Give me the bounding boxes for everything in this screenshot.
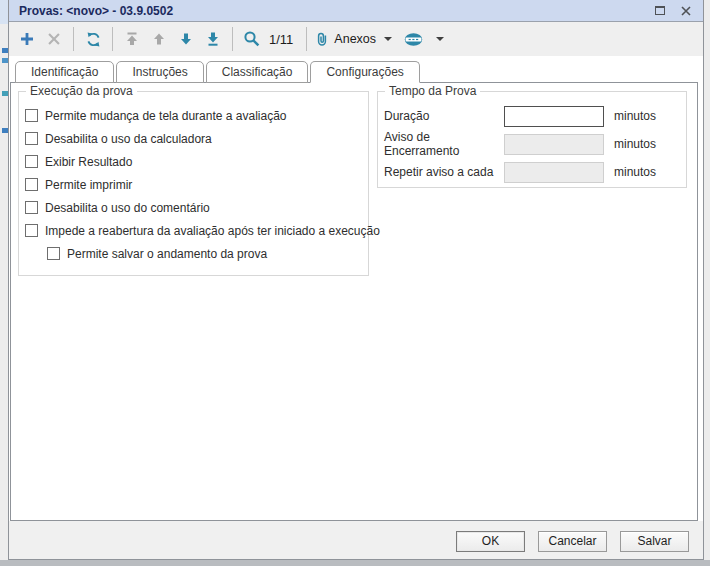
plus-icon [19,31,35,47]
checkbox-label: Permite imprimir [45,178,132,192]
checkbox-label: Permite mudança de tela durante a avalia… [45,109,286,123]
last-record-icon [205,31,221,47]
tabbar: Identificação Instruções Classificação C… [15,61,422,83]
unit-label: minutos [614,165,656,179]
screen: Provas: <novo> - 03.9.0502 [0,0,710,566]
anexos-label: Anexos [334,32,376,46]
checkbox-label: Desabilita o uso da calculadora [45,132,212,146]
maximize-button[interactable] [647,1,673,21]
next-record-button[interactable] [174,26,198,52]
tab-classificacao[interactable]: Classificação [206,61,309,83]
field-row: Duração minutos [384,105,678,127]
tab-label: Identificação [31,65,98,79]
previous-record-icon [151,31,167,47]
refresh-icon [85,31,102,48]
footer: OK Cancelar Salvar [9,521,703,559]
add-record-button[interactable] [15,26,39,52]
unit-label: minutos [614,137,656,151]
dialog-content: Identificação Instruções Classificação C… [9,56,703,559]
checkbox-row: Impede a reabertura da avaliação após te… [24,219,360,242]
last-record-button[interactable] [201,26,225,52]
chevron-down-icon [384,37,392,41]
paperclip-icon [314,31,330,48]
field-row: Aviso de Encerramento minutos [384,133,678,155]
search-icon [243,30,261,48]
tempo-groupbox: Tempo da Prova Duração minutos Aviso de … [377,91,687,188]
toolbar-separator [73,27,74,51]
checkbox-permite-imprimir[interactable] [25,178,38,191]
refresh-button[interactable] [81,26,105,52]
duracao-label: Duração [384,109,504,123]
toolbar-separator [232,27,233,51]
next-record-icon [178,31,194,47]
previous-record-button[interactable] [147,26,171,52]
checkbox-label: Exibir Resultado [45,155,132,169]
background-app-left-sliver [0,0,8,566]
close-button[interactable] [673,1,699,21]
provas-dialog: Provas: <novo> - 03.9.0502 [8,0,704,560]
first-record-icon [124,31,140,47]
cancel-button[interactable]: Cancelar [538,531,607,552]
checkbox-row: Desabilita o uso da calculadora [24,127,360,150]
background-app-right-sliver [704,0,710,566]
toolbar-separator [306,27,307,51]
close-icon [680,5,692,17]
chevron-down-icon [436,37,444,41]
checkbox-permite-mudanca-tela[interactable] [25,109,38,122]
background-titlebar-sliver [0,0,8,24]
anexos-button[interactable]: Anexos [314,26,396,52]
repetir-aviso-label: Repetir aviso a cada [384,165,504,179]
checkbox-row: Exibir Resultado [24,150,360,173]
first-record-button[interactable] [120,26,144,52]
save-button[interactable]: Salvar [620,531,689,552]
titlebar: Provas: <novo> - 03.9.0502 [9,0,703,22]
execucao-group-title: Execução da prova [26,84,137,98]
field-row: Repetir aviso a cada minutos [384,161,678,183]
aviso-encerramento-input [504,134,604,155]
checkbox-label: Permite salvar o andamento da prova [67,247,267,261]
checkbox-impede-reabertura[interactable] [25,224,38,237]
checkbox-row: Desabilita o uso do comentário [24,196,360,219]
background-app-bottom-sliver [0,560,710,566]
search-button[interactable] [240,26,264,52]
tab-identificacao[interactable]: Identificação [15,61,114,83]
toolbar-separator [112,27,113,51]
maximize-icon [655,6,665,15]
checkbox-desabilita-comentario[interactable] [25,201,38,214]
checkbox-label: Desabilita o uso do comentário [45,201,210,215]
toolbar: 1/11 Anexos [9,22,703,56]
print-button[interactable] [403,26,448,52]
checkbox-row: Permite imprimir [24,173,360,196]
printer-icon [403,32,424,47]
aviso-encerramento-label: Aviso de Encerramento [384,130,504,158]
unit-label: minutos [614,109,656,123]
checkbox-exibir-resultado[interactable] [25,155,38,168]
ok-button[interactable]: OK [456,531,525,552]
repetir-aviso-input [504,162,604,183]
tempo-group-title: Tempo da Prova [385,84,480,98]
tab-label: Instruções [132,65,187,79]
delete-icon [47,32,61,46]
record-counter: 1/11 [267,32,299,47]
tab-page-configuracoes: Execução da prova Permite mudança de tel… [10,82,698,521]
execucao-groupbox: Execução da prova Permite mudança de tel… [18,91,369,276]
window-title: Provas: <novo> - 03.9.0502 [19,4,647,18]
checkbox-label: Impede a reabertura da avaliação após te… [45,224,380,238]
tab-label: Classificação [222,65,293,79]
delete-record-button[interactable] [42,26,66,52]
checkbox-row: Permite salvar o andamento da prova [46,242,360,265]
duracao-input[interactable] [504,106,604,127]
checkbox-row: Permite mudança de tela durante a avalia… [24,104,360,127]
checkbox-permite-salvar-andamento[interactable] [47,247,60,260]
tab-label: Configurações [326,65,403,79]
tab-instrucoes[interactable]: Instruções [116,61,203,83]
tab-configuracoes[interactable]: Configurações [310,61,419,83]
checkbox-desabilita-calculadora[interactable] [25,132,38,145]
